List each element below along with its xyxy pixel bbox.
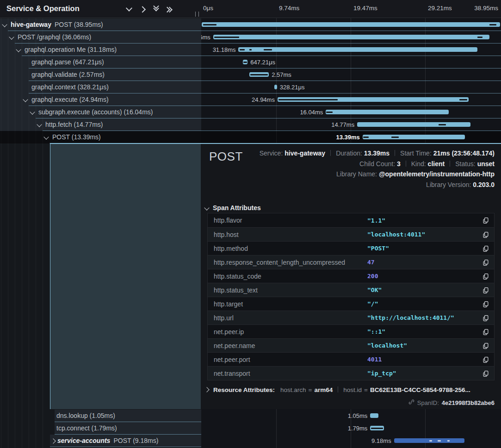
attribute-value: "OK" (367, 286, 482, 293)
timeline-cell: 16.04ms (201, 106, 501, 118)
operation-name: graphql.validate (2.57ms) (31, 71, 105, 78)
span-row[interactable]: graphql.parse (647.21μs)647.21μs (0, 56, 501, 68)
child-span-marker (249, 49, 252, 50)
attribute-key: net.peer.ip (208, 328, 367, 336)
span-bar[interactable] (213, 35, 489, 39)
span-row[interactable]: dns.lookup (1.05ms)1.05ms (0, 410, 501, 422)
span-row-label: graphql.operation Me (31.18ms) (25, 46, 117, 53)
duration-label: 31.18ms (201, 46, 236, 53)
span-bar[interactable] (326, 110, 449, 114)
child-span-marker (489, 24, 496, 25)
span-attributes-title: Span Attributes (213, 204, 261, 212)
span-bar[interactable] (363, 135, 465, 139)
child-span-marker (264, 49, 272, 50)
link-icon[interactable] (408, 399, 414, 406)
span-bar[interactable] (394, 438, 464, 443)
attribute-row: net.peer.ip"::1" (208, 324, 494, 338)
span-row[interactable]: graphql.operation Me (31.18ms)31.18ms (0, 44, 501, 56)
duration-label: 36.06ms (201, 34, 210, 41)
copy-icon[interactable] (482, 315, 489, 321)
resource-value: BC62E13B-C4CC-5854-9788-256... (370, 386, 470, 393)
span-row-label: graphql.execute (24.94ms) (31, 96, 109, 103)
collapse-one-icon[interactable] (124, 4, 134, 14)
span-bar[interactable] (238, 47, 477, 52)
copy-icon[interactable] (482, 259, 489, 266)
span-row[interactable]: graphql.execute (24.94ms)24.94ms (0, 93, 501, 106)
attribute-value: "POST" (367, 245, 482, 252)
span-row[interactable]: tcp.connect (1.79ms)1.79ms (0, 422, 501, 435)
span-bar[interactable] (202, 22, 500, 27)
timeline-cell: 1.79ms (201, 422, 501, 435)
equals-sign: = (309, 386, 312, 393)
span-row-label: service-accountsPOST (9.18ms) (57, 437, 158, 444)
copy-icon[interactable] (482, 329, 489, 335)
attribute-row: http.status_code200 (208, 269, 494, 283)
span-row[interactable]: graphql.context (328.21μs)328.21μs (0, 81, 501, 93)
span-bar[interactable] (278, 97, 469, 102)
span-row-label: graphql.validate (2.57ms) (31, 71, 105, 78)
copy-icon[interactable] (482, 356, 489, 363)
attribute-key: net.transport (208, 370, 367, 377)
span-row[interactable]: POST /graphql (36.06ms)36.06ms (0, 31, 501, 44)
operation-name: graphql.context (328.21μs) (31, 83, 109, 91)
span-row[interactable]: graphql.validate (2.57ms)2.57ms (0, 68, 501, 81)
copy-icon[interactable] (482, 370, 489, 377)
chevron-down-icon[interactable] (43, 134, 49, 139)
child-span-marker (447, 440, 450, 442)
span-bar[interactable] (274, 85, 277, 89)
child-span-marker (459, 99, 467, 100)
child-span-marker (278, 99, 338, 100)
operation-name: graphql.execute (24.94ms) (31, 96, 109, 103)
span-bar[interactable] (243, 60, 248, 64)
span-row[interactable]: hive-gatewayPOST (38.95ms) (0, 19, 501, 31)
attribute-row: net.peer.name"localhost" (208, 338, 494, 352)
span-bar[interactable] (357, 122, 470, 127)
span-attributes-table: http.flavor"1.1"http.host"localhost:4011… (207, 213, 495, 380)
ruler-tick: 0μs (203, 5, 213, 12)
meta-label: Duration: (336, 149, 362, 157)
resource-attributes-items: host.arch=arm64host.id=BC62E13B-C4CC-585… (280, 386, 470, 393)
copy-icon[interactable] (482, 287, 489, 293)
resource-attributes-row[interactable]: Resource Attributes:host.arch=arm64host.… (205, 386, 470, 393)
attribute-value: "localhost:4011" (367, 231, 482, 238)
copy-icon[interactable] (482, 245, 489, 252)
span-row[interactable]: service-accountsPOST (9.18ms)9.18ms (0, 435, 501, 447)
expand-all-icon[interactable] (164, 4, 174, 14)
copy-icon[interactable] (482, 273, 489, 280)
attribute-key: http.host (208, 231, 367, 238)
copy-icon[interactable] (482, 342, 489, 349)
copy-icon[interactable] (482, 301, 489, 307)
service-operation-header: Service & Operation (0, 0, 201, 18)
duration-label: 647.21μs (250, 59, 306, 66)
resource-key: host.arch (280, 386, 306, 393)
span-attributes-header[interactable]: Span Attributes (205, 204, 261, 213)
collapse-all-icon[interactable] (151, 4, 161, 14)
column-resize-handle[interactable] (195, 12, 199, 17)
span-bar[interactable] (249, 72, 269, 77)
copy-icon[interactable] (482, 231, 489, 238)
span-bar[interactable] (370, 413, 378, 418)
span-id-value: 4e21998f3b82abe6 (442, 399, 495, 406)
span-row[interactable]: POST (13.39ms)13.39ms (0, 131, 501, 143)
attribute-row: http.status_text"OK" (208, 283, 494, 297)
span-detail-meta: Service: hive-gatewayDuration: 13.39msSt… (260, 149, 495, 191)
child-span-marker (203, 24, 216, 25)
tree-toolbar (124, 4, 174, 14)
attribute-value: "http://localhost:4011/" (367, 314, 482, 321)
meta-label: Kind: (411, 160, 426, 168)
attribute-key: http.status_text (208, 286, 367, 294)
child-span-marker (363, 137, 369, 138)
duration-label: 9.18ms (336, 437, 391, 444)
span-row[interactable]: subgraph.execute (accounts) (16.04ms)16.… (0, 106, 501, 118)
expand-one-icon[interactable] (137, 4, 148, 14)
operation-name: subgraph.execute (accounts) (16.04ms) (38, 108, 153, 116)
equals-sign: = (364, 386, 368, 393)
meta-label: Child Count: (359, 160, 395, 168)
attribute-row: http.url"http://localhost:4011/" (208, 311, 494, 324)
span-bar[interactable] (370, 426, 384, 430)
copy-icon[interactable] (482, 217, 489, 224)
attribute-row: http.flavor"1.1" (208, 213, 494, 227)
span-detail-panel: POST Service: hive-gatewayDuration: 13.3… (201, 144, 501, 409)
ruler-tick: 29.21ms (428, 5, 452, 12)
span-row[interactable]: http.fetch (14.77ms)14.77ms (0, 118, 501, 131)
